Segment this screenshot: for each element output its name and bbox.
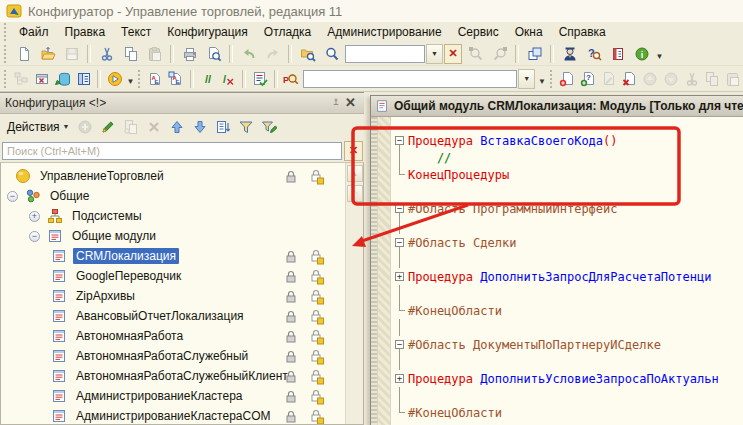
action-down-arrow-button[interactable] bbox=[190, 116, 211, 137]
format-check-button[interactable] bbox=[250, 67, 270, 90]
comment-button[interactable]: // bbox=[198, 67, 218, 90]
configuration-tree[interactable]: УправлениеТорговлей−Общие+Подсистемы−Общ… bbox=[1, 163, 345, 424]
pin-icon[interactable] bbox=[330, 97, 342, 109]
menu-8[interactable]: Справка bbox=[551, 23, 614, 41]
procedures-combo-input[interactable] bbox=[303, 70, 517, 88]
menu-0[interactable]: Файл bbox=[11, 23, 57, 41]
more-options-caret[interactable]: ▼ bbox=[654, 46, 665, 61]
tree-item[interactable]: АдминистрированиеКластера bbox=[1, 386, 345, 406]
syntax-assistant-button[interactable] bbox=[558, 42, 581, 65]
tree-item[interactable]: +Подсистемы bbox=[1, 206, 345, 226]
tree-item[interactable]: CRMЛокализация bbox=[1, 246, 345, 266]
help-search-button[interactable]: ? bbox=[582, 42, 605, 65]
module-icon bbox=[51, 388, 67, 404]
undo-button[interactable] bbox=[237, 42, 260, 65]
delete-page-button[interactable] bbox=[619, 67, 639, 90]
tree-item[interactable]: АдминистрированиеКластераCOM bbox=[1, 406, 345, 424]
scroll-up-icon[interactable]: ▲ bbox=[347, 165, 363, 182]
lock-cube-icon bbox=[309, 329, 325, 345]
chevron-down-icon[interactable]: ▼ bbox=[426, 44, 443, 64]
menu-4[interactable]: Отладка bbox=[256, 23, 319, 41]
code-line: +Процедура ДополнитьЗапросДляРасчетаПоте… bbox=[391, 268, 743, 285]
find-in-files-button[interactable] bbox=[296, 42, 319, 65]
help-page-button[interactable]: ? bbox=[578, 67, 598, 90]
more-options-caret[interactable]: ▼ bbox=[537, 71, 546, 86]
start-debug-button[interactable] bbox=[105, 67, 125, 90]
tree-item[interactable]: АвтономнаяРаботаСлужебный bbox=[1, 346, 345, 366]
fold-marker-icon[interactable]: + bbox=[391, 370, 408, 387]
toolbar-grip[interactable] bbox=[138, 70, 142, 88]
action-edit-button[interactable] bbox=[98, 116, 119, 137]
menu-3[interactable]: Конфигурация bbox=[159, 23, 256, 41]
toolbar-grip[interactable] bbox=[4, 70, 8, 88]
help-book-button[interactable] bbox=[606, 42, 629, 65]
tree-item[interactable]: УправлениеТорговлей bbox=[1, 166, 345, 186]
procedures-search-button[interactable]: P bbox=[282, 67, 302, 90]
tree-item[interactable]: −Общие модули bbox=[1, 226, 345, 246]
add-page-button[interactable] bbox=[557, 67, 577, 90]
procedures-combo[interactable]: ▼ bbox=[303, 69, 535, 89]
fold-marker-icon[interactable]: + bbox=[391, 268, 408, 285]
new-page-button[interactable] bbox=[12, 42, 35, 65]
tree-item-label: АвтономнаяРаботаСлужебный bbox=[73, 348, 251, 364]
info-button[interactable]: i bbox=[630, 42, 653, 65]
tree-scrollbar[interactable]: ▲ ◠ bbox=[345, 163, 363, 424]
tree-item[interactable]: GoogleПереводчик bbox=[1, 266, 345, 286]
menu-1[interactable]: Правка bbox=[57, 23, 114, 41]
menu-7[interactable]: Окна bbox=[507, 23, 551, 41]
fold-marker-icon[interactable]: − bbox=[391, 234, 408, 251]
search-combo-input[interactable] bbox=[345, 45, 425, 63]
find-button[interactable] bbox=[320, 42, 343, 65]
update-db-button[interactable] bbox=[53, 67, 73, 90]
copy-button[interactable] bbox=[119, 42, 142, 65]
fold-marker-icon[interactable]: − bbox=[391, 336, 408, 353]
tree-item[interactable]: АвансовыйОтчетЛокализация bbox=[1, 306, 345, 326]
search-input[interactable] bbox=[2, 142, 342, 160]
toolbar-grip[interactable] bbox=[4, 23, 9, 41]
tree-item[interactable]: АвтономнаяРабота bbox=[1, 326, 345, 346]
collapse-icon[interactable]: − bbox=[7, 191, 18, 202]
action-filter-button[interactable] bbox=[236, 116, 257, 137]
syntax-check-module-button[interactable]: АБ bbox=[166, 67, 186, 90]
expand-icon[interactable]: + bbox=[29, 211, 40, 222]
action-sort-list-button[interactable] bbox=[213, 116, 234, 137]
chevron-down-icon[interactable]: ▼ bbox=[518, 69, 535, 89]
print-preview-button[interactable] bbox=[202, 42, 225, 65]
search-close-button[interactable]: ✕ bbox=[344, 141, 363, 161]
config-panel-button[interactable] bbox=[74, 67, 94, 90]
syntax-check-button[interactable]: АБ bbox=[145, 67, 165, 90]
combo-clear-icon[interactable]: ✕ bbox=[444, 44, 462, 64]
fold-marker-icon[interactable]: − bbox=[391, 200, 408, 217]
move-up-button bbox=[640, 67, 660, 90]
menu-2[interactable]: Текст bbox=[113, 23, 159, 41]
actions-menu-button[interactable]: Действия▼ bbox=[4, 118, 73, 136]
editor-titlebar[interactable]: Общий модуль CRMЛокализация: Модуль [Тол… bbox=[371, 96, 743, 117]
tree-item[interactable]: АвтономнаяРаботаСлужебныйКлиент bbox=[1, 366, 345, 386]
tree-item[interactable]: ZipАрхивы bbox=[1, 286, 345, 306]
action-up-arrow-button[interactable] bbox=[167, 116, 188, 137]
uncomment-button[interactable]: / bbox=[219, 67, 239, 90]
breakpoint-margin[interactable] bbox=[378, 117, 391, 425]
fold-marker-icon[interactable]: − bbox=[391, 132, 408, 149]
toolbar-separator bbox=[97, 70, 101, 88]
collapse-icon[interactable]: − bbox=[29, 231, 40, 242]
tree-item-label: ZipАрхивы bbox=[73, 288, 138, 304]
tree-item[interactable]: −Общие bbox=[1, 186, 345, 206]
scroll-thumb[interactable]: ◠ bbox=[347, 185, 363, 202]
close-window-button[interactable] bbox=[32, 67, 52, 90]
action-filter-settings-button[interactable] bbox=[259, 116, 280, 137]
add-page-icon bbox=[559, 71, 575, 87]
lock-icon bbox=[283, 349, 299, 365]
toolbar-grip[interactable] bbox=[550, 70, 554, 88]
menu-6[interactable]: Сервис bbox=[450, 23, 507, 41]
print-button[interactable] bbox=[178, 42, 201, 65]
code-editor[interactable]: −Процедура ВставкаСвоегоКода() //КонецПр… bbox=[391, 117, 743, 425]
windows-button[interactable] bbox=[523, 42, 546, 65]
search-combo[interactable]: ▼✕ bbox=[345, 44, 462, 64]
menu-5[interactable]: Администрирование bbox=[319, 23, 449, 41]
cut-button[interactable] bbox=[95, 42, 118, 65]
toolbar-grip[interactable] bbox=[4, 45, 9, 63]
panel-close-icon[interactable]: ✕ bbox=[342, 96, 359, 110]
more-options-caret[interactable]: ▼ bbox=[126, 71, 135, 86]
open-folder-button[interactable] bbox=[36, 42, 59, 65]
